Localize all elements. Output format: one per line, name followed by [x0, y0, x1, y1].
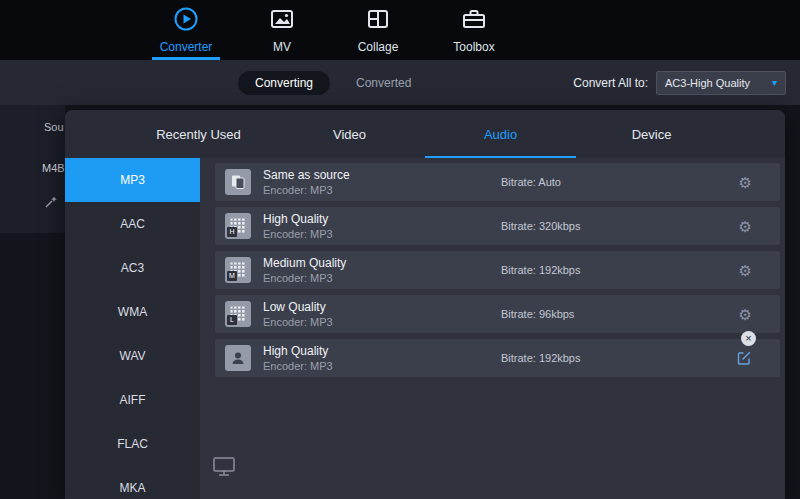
preset-title: High Quality: [263, 212, 501, 227]
preset-bitrate: Bitrate: 320kbps: [501, 220, 739, 232]
tab-audio[interactable]: Audio: [425, 110, 576, 158]
mv-icon: [269, 6, 295, 36]
preset-row-low-quality[interactable]: L Low Quality Encoder: MP3 Bitrate: 96kb…: [215, 295, 780, 333]
quality-badge: H: [227, 227, 237, 237]
format-sidebar: MP3 AAC AC3 WMA WAV AIFF FLAC MKA: [65, 158, 200, 499]
source-label: Sou: [44, 121, 64, 133]
preset-encoder: Encoder: MP3: [263, 315, 501, 329]
preset-text: High Quality Encoder: MP3: [263, 212, 501, 241]
tab-converter-label: Converter: [160, 40, 213, 54]
top-navigation: Converter MV: [0, 0, 800, 60]
preset-list: Same as source Encoder: MP3 Bitrate: Aut…: [200, 158, 785, 499]
preset-encoder: Encoder: MP3: [263, 183, 501, 197]
format-panel-body: MP3 AAC AC3 WMA WAV AIFF FLAC MKA: [65, 158, 785, 499]
edit-preset-icon[interactable]: [736, 350, 752, 366]
settings-gear-icon[interactable]: ⚙: [739, 219, 752, 234]
collage-icon: [365, 6, 391, 36]
preset-title: Low Quality: [263, 300, 501, 315]
tab-toolbox[interactable]: Toolbox: [438, 0, 510, 60]
toolbox-icon: [461, 6, 487, 36]
preset-text: High Quality Encoder: MP3: [263, 344, 501, 373]
tab-converted[interactable]: Converted: [356, 76, 411, 90]
tab-toolbox-label: Toolbox: [453, 40, 494, 54]
settings-gear-icon[interactable]: ⚙: [739, 175, 752, 190]
custom-profile-user-icon: [225, 345, 251, 371]
tab-video[interactable]: Video: [274, 110, 425, 158]
sidebar-item-wma[interactable]: WMA: [65, 290, 200, 334]
tab-recently-used[interactable]: Recently Used: [123, 110, 274, 158]
top-tabs: Converter MV: [0, 0, 800, 60]
app-window: Converter MV: [0, 0, 800, 499]
preset-title: Same as source: [263, 168, 501, 183]
preset-bitrate: Bitrate: 96kbps: [501, 308, 739, 320]
preset-title: High Quality: [263, 344, 501, 359]
wand-icon[interactable]: [44, 195, 58, 213]
preset-row-custom-high-quality[interactable]: × High Quality Encoder: MP3 Bitrate: 192…: [215, 339, 780, 377]
preset-bitrate: Bitrate: 192kbps: [501, 264, 739, 276]
tab-collage[interactable]: Collage: [342, 0, 414, 60]
preset-row-same-as-source[interactable]: Same as source Encoder: MP3 Bitrate: Aut…: [215, 163, 780, 201]
remove-preset-button[interactable]: ×: [741, 331, 756, 346]
convert-all-label: Convert All to:: [573, 76, 648, 90]
preset-bitrate: Bitrate: 192kbps: [501, 352, 736, 364]
preset-bitrate: Bitrate: Auto: [501, 176, 739, 188]
convert-all-value: AC3-High Quality: [665, 77, 750, 89]
tab-mv[interactable]: MV: [246, 0, 318, 60]
format-panel-tabs: Recently Used Video Audio Device: [65, 110, 785, 158]
file-format-label: M4B: [42, 162, 65, 174]
tab-mv-label: MV: [273, 40, 291, 54]
sub-toolbar: Converting Converted Convert All to: AC3…: [0, 60, 800, 105]
sidebar-item-wav[interactable]: WAV: [65, 334, 200, 378]
convert-state-tabs: Converting Converted: [238, 60, 411, 105]
sidebar-item-aiff[interactable]: AIFF: [65, 378, 200, 422]
sidebar-item-mka[interactable]: MKA: [65, 466, 200, 499]
sidebar-item-ac3[interactable]: AC3: [65, 246, 200, 290]
same-as-source-icon: [225, 169, 251, 195]
preset-encoder: Encoder: MP3: [263, 271, 501, 285]
preset-title: Medium Quality: [263, 256, 501, 271]
format-panel: Recently Used Video Audio Device MP3 AAC…: [65, 110, 785, 499]
tv-icon: [212, 454, 236, 482]
preset-encoder: Encoder: MP3: [263, 227, 501, 241]
preset-text: Medium Quality Encoder: MP3: [263, 256, 501, 285]
sidebar-item-mp3[interactable]: MP3: [65, 158, 200, 202]
tab-converter[interactable]: Converter: [150, 0, 222, 60]
medium-quality-icon: M: [225, 257, 251, 283]
quality-badge: L: [227, 315, 237, 325]
high-quality-icon: H: [225, 213, 251, 239]
tab-device[interactable]: Device: [576, 110, 727, 158]
quality-badge: M: [227, 271, 237, 281]
low-quality-icon: L: [225, 301, 251, 327]
convert-all-dropdown[interactable]: AC3-High Quality ▾: [656, 71, 786, 95]
convert-all-group: Convert All to: AC3-High Quality ▾: [573, 60, 786, 105]
preset-row-medium-quality[interactable]: M Medium Quality Encoder: MP3 Bitrate: 1…: [215, 251, 780, 289]
settings-gear-icon[interactable]: ⚙: [739, 307, 752, 322]
converter-icon: [173, 6, 199, 36]
preset-text: Same as source Encoder: MP3: [263, 168, 501, 197]
tab-converting[interactable]: Converting: [238, 71, 330, 95]
preset-text: Low Quality Encoder: MP3: [263, 300, 501, 329]
chevron-down-icon: ▾: [772, 77, 777, 88]
sidebar-item-flac[interactable]: FLAC: [65, 422, 200, 466]
preset-row-high-quality[interactable]: H High Quality Encoder: MP3 Bitrate: 320…: [215, 207, 780, 245]
sidebar-item-aac[interactable]: AAC: [65, 202, 200, 246]
tab-collage-label: Collage: [358, 40, 399, 54]
preset-encoder: Encoder: MP3: [263, 359, 501, 373]
settings-gear-icon[interactable]: ⚙: [739, 263, 752, 278]
